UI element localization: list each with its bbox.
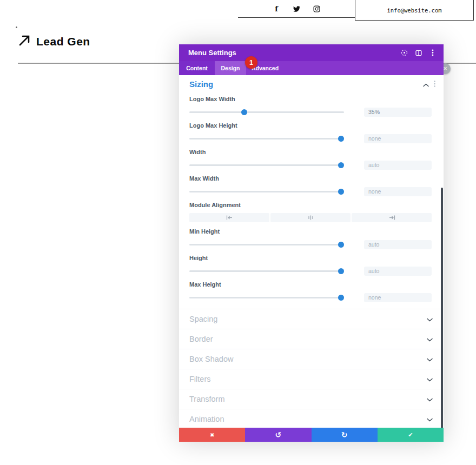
x-icon: ✖: [210, 432, 214, 438]
tab-design[interactable]: Design: [215, 61, 246, 75]
height-input[interactable]: [364, 267, 432, 276]
email-text: info@website.com: [387, 7, 441, 14]
field-logo-max-width: Logo Max Width: [179, 93, 444, 119]
field-min-height: Min Height: [179, 225, 444, 252]
min-height-slider[interactable]: [189, 240, 344, 249]
width-input[interactable]: [364, 161, 432, 170]
facebook-icon[interactable]: f: [273, 5, 280, 12]
chevron-down-icon: [427, 334, 433, 344]
site-logo[interactable]: Lead Gen: [17, 34, 90, 50]
modal-tabbar: Content Design Advanced: [179, 61, 444, 75]
slider-handle[interactable]: [338, 268, 344, 274]
instagram-icon[interactable]: [313, 5, 320, 12]
max-width-slider[interactable]: [189, 187, 344, 196]
field-label: Max Height: [189, 281, 432, 288]
logo-max-width-input[interactable]: [364, 108, 432, 117]
section-box-shadow[interactable]: Box Shadow: [179, 349, 444, 369]
section-sizing-header[interactable]: Sizing: [179, 75, 444, 93]
save-button[interactable]: ✔: [378, 428, 444, 442]
redo-button[interactable]: ↻: [312, 428, 378, 442]
section-spacing[interactable]: Spacing: [179, 309, 444, 329]
field-label: Logo Max Width: [189, 96, 432, 102]
modal-body: Sizing Logo Max Width Logo: [179, 75, 444, 428]
max-height-input[interactable]: [364, 293, 432, 302]
redo-icon: ↻: [341, 430, 348, 439]
modal-title: Menu Settings: [188, 49, 401, 57]
modal-footer: ✖ ↺ ↻ ✔: [179, 428, 444, 442]
slider-handle[interactable]: [338, 162, 344, 168]
check-icon: ✔: [408, 431, 413, 439]
topbar-social: f: [238, 0, 355, 18]
section-sizing-title: Sizing: [189, 79, 423, 89]
align-center-button[interactable]: [270, 213, 351, 222]
width-slider[interactable]: [189, 160, 344, 170]
field-width: Width: [179, 146, 444, 172]
chevron-down-icon: [427, 394, 433, 404]
undo-icon: ↺: [275, 430, 282, 439]
tab-content[interactable]: Content: [179, 61, 215, 75]
modal-header[interactable]: Menu Settings: [179, 44, 444, 61]
menu-settings-modal: Menu Settings Content Design Advanced: [179, 44, 444, 442]
field-label: Logo Max Height: [189, 122, 432, 129]
align-left-button[interactable]: [189, 213, 269, 222]
chevron-down-icon: [427, 374, 433, 384]
max-height-slider[interactable]: [189, 293, 344, 302]
modal-scrollbar[interactable]: [441, 188, 443, 428]
field-max-height: Max Height: [179, 278, 444, 305]
slider-handle[interactable]: [338, 189, 344, 195]
max-width-input[interactable]: [364, 187, 432, 196]
logo-max-height-input[interactable]: [364, 134, 432, 143]
field-label: Min Height: [189, 228, 432, 235]
logo-text: Lead Gen: [36, 35, 90, 48]
stray-dot: [16, 26, 17, 28]
align-right-button[interactable]: [352, 213, 432, 222]
height-slider[interactable]: [189, 266, 344, 276]
slider-handle[interactable]: [338, 136, 344, 142]
section-animation[interactable]: Animation: [179, 409, 444, 428]
field-label: Height: [189, 255, 432, 261]
section-filters[interactable]: Filters: [179, 369, 444, 389]
field-height: Height: [179, 252, 444, 278]
section-transform[interactable]: Transform: [179, 389, 444, 409]
slider-handle[interactable]: [338, 295, 344, 301]
slider-handle[interactable]: [241, 109, 247, 115]
undo-button[interactable]: ↺: [245, 428, 311, 442]
chevron-down-icon: [427, 314, 433, 324]
topbar-email[interactable]: info@website.com: [355, 0, 474, 21]
more-options-icon[interactable]: [429, 49, 436, 56]
field-label: Width: [189, 149, 432, 155]
field-logo-max-height: Logo Max Height: [179, 119, 444, 146]
section-more-icon[interactable]: [434, 79, 435, 89]
logo-max-height-slider[interactable]: [189, 134, 344, 143]
collapsed-sections: Spacing Border Box Shadow Filters Transf…: [179, 309, 444, 428]
chevron-up-icon[interactable]: [423, 79, 429, 89]
section-border[interactable]: Border: [179, 329, 444, 349]
slider-handle[interactable]: [338, 242, 344, 248]
field-module-alignment: Module Alignment: [179, 199, 444, 225]
field-max-width: Max Width: [179, 172, 444, 199]
logo-max-width-slider[interactable]: [189, 107, 344, 117]
discard-button[interactable]: ✖: [179, 428, 245, 442]
field-label: Max Width: [189, 175, 432, 182]
split-view-icon[interactable]: [415, 49, 422, 56]
field-label: Module Alignment: [189, 202, 432, 208]
chevron-down-icon: [427, 354, 433, 364]
chevron-down-icon: [427, 414, 433, 424]
focus-icon[interactable]: [401, 49, 408, 56]
min-height-input[interactable]: [364, 240, 432, 249]
notification-badge: 1: [245, 56, 257, 69]
arrow-up-right-icon: [17, 34, 31, 50]
twitter-icon[interactable]: [293, 5, 300, 12]
